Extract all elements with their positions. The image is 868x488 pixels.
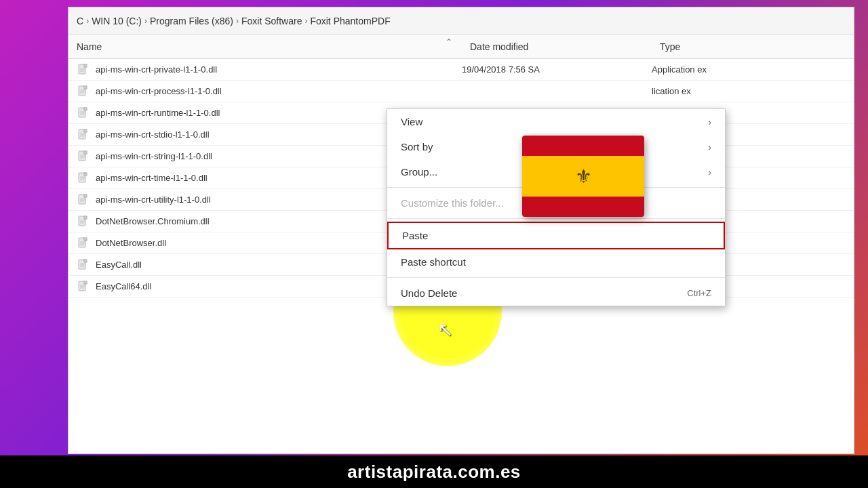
file-icon (77, 280, 90, 293)
breadcrumb-programfiles[interactable]: Program Files (x86) (150, 16, 233, 26)
ctx-group-arrow: › (708, 167, 711, 178)
sep3: › (236, 16, 239, 26)
flag-red-bottom (522, 197, 644, 217)
flag-red-top (522, 136, 644, 156)
ctx-paste-label: Paste (402, 230, 428, 241)
table-row[interactable]: api-ms-win-crt-private-l1-1-0.dll19/04/2… (68, 59, 854, 81)
ctx-sep3 (387, 277, 725, 278)
file-icon (77, 193, 90, 207)
flag-overlay: ⚜ (522, 136, 644, 217)
ctx-undo-delete-label: Undo Delete (401, 287, 457, 299)
ctx-sep2 (387, 218, 725, 219)
sort-arrow: ⌃ (446, 37, 452, 47)
sep2: › (144, 16, 147, 26)
file-name: api-ms-win-crt-process-l1-1-0.dll (96, 86, 462, 96)
coat-of-arms: ⚜ (575, 165, 592, 188)
file-icon (77, 150, 90, 163)
breadcrumb-c[interactable]: C (77, 16, 83, 26)
ctx-sort-by-label: Sort by (401, 141, 433, 152)
file-name: api-ms-win-crt-private-l1-1-0.dll (96, 64, 462, 75)
file-icon (77, 106, 90, 120)
ctx-customize-label: Customize this folder... (401, 197, 504, 209)
ctx-view-arrow: › (708, 117, 711, 127)
cursor-icon: ↖ (437, 319, 453, 341)
file-type: Application ex (652, 64, 854, 75)
breadcrumb-bar[interactable]: C › WIN 10 (C:) › Program Files (x86) › … (68, 7, 854, 35)
file-type: lication ex (652, 86, 854, 96)
bottom-bar: artistapirata.com.es (0, 455, 868, 488)
breadcrumb-win10[interactable]: WIN 10 (C:) (92, 16, 142, 26)
sep4: › (304, 16, 307, 26)
flag-yellow: ⚜ (522, 156, 644, 197)
ctx-undo-delete-shortcut: Ctrl+Z (687, 288, 711, 298)
sep1: › (86, 16, 89, 26)
file-icon (77, 215, 90, 228)
ctx-paste-shortcut[interactable]: Paste shortcut (387, 249, 725, 274)
col-date-header[interactable]: Date modified (462, 36, 652, 58)
bottom-bar-text: artistapirata.com.es (347, 462, 521, 483)
col-type-header[interactable]: Type (652, 36, 854, 58)
ctx-sort-by-arrow: › (708, 142, 711, 152)
file-icon (77, 85, 90, 98)
breadcrumb-foxit-phantompdf[interactable]: Foxit PhantomPDF (310, 16, 390, 26)
ctx-paste[interactable]: Paste (387, 222, 725, 249)
spain-flag: ⚜ (522, 136, 644, 217)
file-icon (77, 258, 90, 272)
file-icon (77, 128, 90, 142)
file-icon (77, 237, 90, 250)
table-row[interactable]: api-ms-win-crt-process-l1-1-0.dlllicatio… (68, 81, 854, 102)
col-name-header[interactable]: Name (68, 36, 462, 58)
file-icon (77, 171, 90, 185)
ctx-paste-shortcut-label: Paste shortcut (401, 256, 466, 268)
ctx-group-label: Group... (401, 166, 437, 178)
ctx-view-label: View (401, 116, 422, 127)
column-headers: ⌃ Name Date modified Type (68, 35, 854, 59)
ctx-view[interactable]: View › (387, 109, 725, 134)
ctx-undo-delete[interactable]: Undo Delete Ctrl+Z (387, 281, 725, 306)
breadcrumb-foxit-software[interactable]: Foxit Software (241, 16, 302, 26)
file-date: 19/04/2018 7:56 SA (462, 64, 652, 75)
file-icon (77, 63, 90, 77)
